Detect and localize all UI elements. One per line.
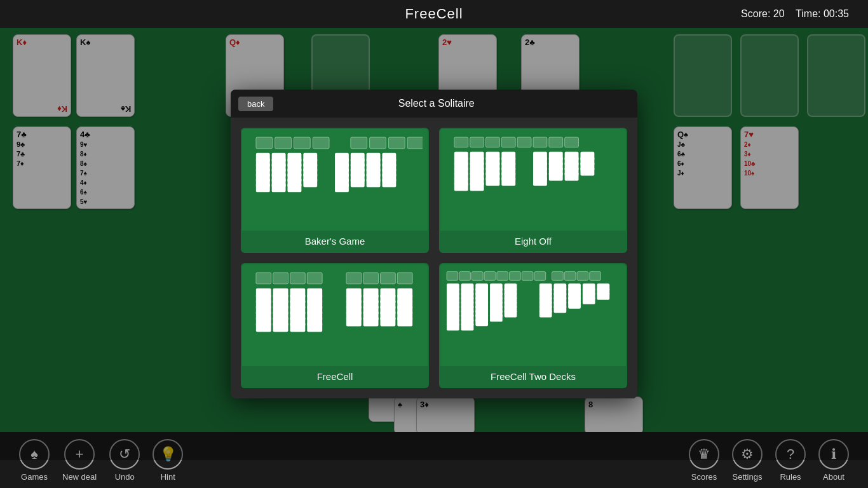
svg-rect-66 xyxy=(549,137,563,147)
svg-rect-242 xyxy=(554,306,567,313)
svg-rect-14 xyxy=(256,183,270,192)
svg-rect-161 xyxy=(363,316,379,326)
svg-rect-41 xyxy=(335,183,349,192)
svg-rect-4 xyxy=(351,137,367,149)
svg-rect-114 xyxy=(256,273,271,284)
svg-rect-174 xyxy=(447,271,458,280)
svg-rect-99 xyxy=(533,177,547,186)
svg-rect-247 xyxy=(568,301,581,309)
svg-rect-167 xyxy=(381,316,396,326)
svg-rect-182 xyxy=(552,271,564,280)
svg-rect-142 xyxy=(290,322,305,332)
svg-rect-63 xyxy=(501,137,515,147)
svg-rect-117 xyxy=(307,273,322,284)
svg-rect-121 xyxy=(397,273,412,284)
svg-rect-183 xyxy=(564,271,576,280)
game-option-freecell-two-decks[interactable]: FreeCell Two Decks xyxy=(439,263,627,388)
modal-overlay: back Select a Solitaire xyxy=(0,28,868,460)
svg-rect-59 xyxy=(382,179,396,187)
svg-rect-128 xyxy=(256,322,271,332)
svg-rect-115 xyxy=(273,273,288,284)
svg-rect-179 xyxy=(510,271,521,280)
svg-rect-5 xyxy=(370,137,386,149)
game-option-bakers-game[interactable]: Baker's Game xyxy=(241,128,429,253)
svg-rect-74 xyxy=(454,182,468,191)
svg-rect-21 xyxy=(272,183,286,192)
modal-back-button[interactable]: back xyxy=(238,97,273,111)
svg-rect-67 xyxy=(565,137,579,147)
freecell-two-decks-label: FreeCell Two Decks xyxy=(440,366,626,387)
freecell-two-decks-svg xyxy=(445,269,621,361)
scores-label: Scores xyxy=(691,472,717,482)
app-title: FreeCell xyxy=(405,6,463,22)
svg-rect-1 xyxy=(275,137,292,149)
score-value: 20 xyxy=(773,8,785,19)
svg-rect-178 xyxy=(497,271,508,280)
freecell-two-decks-preview xyxy=(440,264,626,366)
svg-rect-104 xyxy=(549,172,563,181)
eight-off-label: Eight Off xyxy=(440,231,626,252)
game-option-eight-off[interactable]: Eight Off xyxy=(439,128,627,253)
eight-off-svg xyxy=(445,134,621,226)
svg-rect-109 xyxy=(565,172,579,181)
bakers-game-preview xyxy=(242,129,428,231)
games-label: Games xyxy=(21,472,48,482)
svg-rect-119 xyxy=(363,273,379,284)
svg-rect-135 xyxy=(273,322,288,332)
svg-rect-184 xyxy=(577,271,588,280)
svg-rect-113 xyxy=(580,167,594,176)
new-deal-label: New deal xyxy=(62,472,97,482)
undo-label: Undo xyxy=(115,472,135,482)
svg-rect-176 xyxy=(471,271,483,280)
freecell-preview xyxy=(242,264,428,366)
svg-rect-118 xyxy=(346,273,362,284)
game-option-freecell[interactable]: FreeCell xyxy=(241,263,429,388)
svg-rect-60 xyxy=(454,137,468,147)
svg-rect-61 xyxy=(470,137,484,147)
svg-rect-93 xyxy=(501,177,515,186)
header: FreeCell Score: 20 Time: 00:35 xyxy=(0,0,868,28)
svg-rect-205 xyxy=(461,323,474,330)
svg-rect-7 xyxy=(407,137,423,149)
svg-rect-28 xyxy=(288,183,302,192)
freecell-label: FreeCell xyxy=(242,366,428,387)
about-label: About xyxy=(823,472,844,482)
svg-rect-214 xyxy=(475,318,488,326)
svg-rect-6 xyxy=(388,137,405,149)
svg-rect-173 xyxy=(397,316,412,326)
svg-rect-195 xyxy=(447,323,459,330)
hint-label: Hint xyxy=(161,472,175,482)
svg-rect-2 xyxy=(294,137,310,149)
svg-rect-149 xyxy=(307,322,322,332)
freecell-svg xyxy=(247,269,423,361)
svg-rect-3 xyxy=(313,137,329,149)
svg-rect-64 xyxy=(517,137,531,147)
bakers-game-svg xyxy=(247,134,423,226)
svg-rect-185 xyxy=(590,271,601,280)
time-label: Time: xyxy=(796,8,820,19)
svg-rect-177 xyxy=(484,271,496,280)
svg-rect-181 xyxy=(534,271,546,280)
svg-rect-62 xyxy=(486,137,500,147)
svg-rect-0 xyxy=(256,137,273,149)
settings-label: Settings xyxy=(733,472,763,482)
svg-rect-116 xyxy=(290,273,305,284)
svg-rect-87 xyxy=(486,177,500,186)
score-time-display: Score: 20 Time: 00:35 xyxy=(741,8,849,20)
svg-rect-175 xyxy=(459,271,471,280)
score-label: Score: xyxy=(741,8,770,19)
modal-header: back Select a Solitaire xyxy=(231,90,637,118)
modal-title: Select a Solitaire xyxy=(281,98,592,109)
svg-rect-81 xyxy=(470,182,484,191)
time-value: 00:35 xyxy=(824,8,849,19)
game-area: K♦ K♦ K♠ K♠ Q♦ Q♦ 2♥ 2♥ 2♣ 2♣ 7♣9♣7♣7♦ 4… xyxy=(0,28,868,460)
svg-rect-34 xyxy=(303,179,317,187)
bakers-game-label: Baker's Game xyxy=(242,231,428,252)
svg-rect-222 xyxy=(490,315,503,322)
svg-rect-155 xyxy=(346,316,362,326)
eight-off-preview xyxy=(440,129,626,231)
svg-rect-251 xyxy=(583,297,595,304)
modal-body: Baker's Game xyxy=(231,118,637,398)
solitaire-select-modal: back Select a Solitaire xyxy=(231,90,637,398)
svg-rect-229 xyxy=(505,310,517,318)
